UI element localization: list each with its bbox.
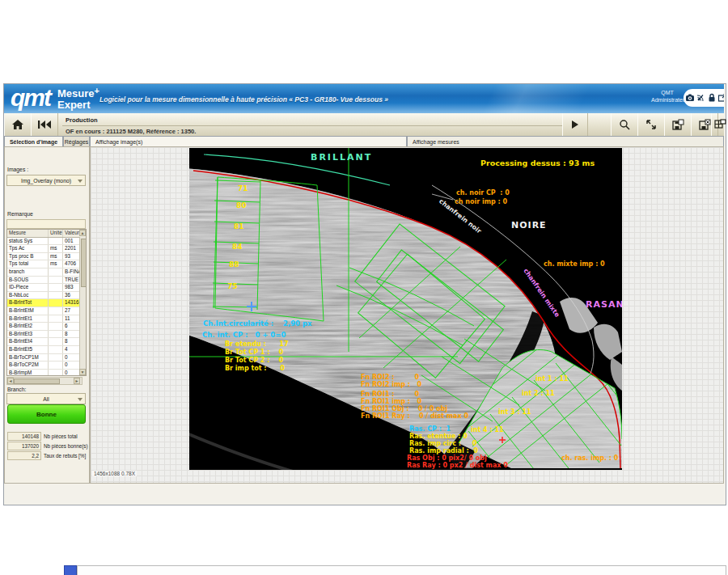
tab-selection-image[interactable]: Sélection d'image <box>4 136 63 147</box>
remark-input[interactable] <box>6 219 86 229</box>
inspection-image[interactable]: BRILLANTProcessing dessus : 93 msch. noi… <box>189 148 622 470</box>
tab-affichage-images[interactable]: Affichage image(s) <box>90 136 407 147</box>
label-processing-time: Processing dessus : 93 ms <box>480 159 595 167</box>
save-image-button[interactable] <box>664 113 692 136</box>
stat-value: 137020 <box>7 442 41 450</box>
of-line: OF en cours : 211125 M280, Référence : 1… <box>61 128 562 135</box>
table-row[interactable]: B-BrIntEt111 <box>7 315 86 323</box>
stat-value: 140148 <box>7 432 41 441</box>
table-cell <box>49 338 63 345</box>
home-button[interactable] <box>4 113 32 136</box>
camera-icon[interactable] <box>685 93 695 103</box>
images-label: Images : <box>7 167 28 172</box>
table-cell: B-BrIntEt1 <box>7 315 49 323</box>
label-rasant: RASANT <box>586 300 622 309</box>
table-vertical-scrollbar[interactable]: ▲ ▼ <box>79 237 86 370</box>
image-select-value: Img_Overlay (mono) <box>21 178 71 184</box>
label-ch-ras-imp: ch. ras. imp. : 0 <box>561 455 618 462</box>
table-cell: B-BrImpM <box>7 370 49 376</box>
table-cell: B-BrIntTot <box>7 299 49 307</box>
table-row[interactable]: Tps totalms4706 <box>7 260 86 268</box>
label-ras-cp: Ras. CP : 1 <box>409 426 451 433</box>
table-row[interactable]: B-BrIntEt54 <box>7 346 86 354</box>
stat-label: Nb pièces bonne(s) <box>41 443 88 449</box>
table-body: status Sys001Tps Acms2201Tps proc Bms93T… <box>7 238 86 376</box>
table-row[interactable]: branchB-FINA <box>7 268 86 277</box>
label-noire: NOIRE <box>511 221 547 230</box>
table-cell: ID-Piece <box>7 284 49 291</box>
table-cell: branch <box>7 268 49 276</box>
roi-count: 81 <box>234 223 244 230</box>
table-cell: B-BrIntEt5 <box>7 346 49 353</box>
image-select[interactable]: Img_Overlay (mono) <box>6 175 86 186</box>
table-cell: B-BrIntEt3 <box>7 331 49 338</box>
table-row[interactable]: B-BrIntEt26 <box>7 323 86 331</box>
label-br-tot-cp1: Br Tot CP 1 : 0 <box>225 349 283 356</box>
table-row[interactable]: B-BrIntTot14316 <box>7 299 86 307</box>
table-row[interactable]: B-BrIntEt38 <box>7 331 86 339</box>
external-window-icon[interactable] <box>717 93 724 103</box>
label-brillant: BRILLANT <box>311 153 372 162</box>
label-ch-int-cp: Ch. int. CP : 0 + 0=0 <box>202 332 286 339</box>
roi-count: 88 <box>229 261 239 268</box>
table-header: Mesure Unité Valeur <box>7 230 86 238</box>
label-br-tot-cp2: Br Tot CP 2 : 0 <box>225 357 283 364</box>
table-row[interactable]: Tps proc Bms93 <box>7 253 86 261</box>
table-row[interactable]: B-SOUSTRUE <box>7 277 86 285</box>
play-button[interactable] <box>562 113 588 136</box>
label-ras-ray: Ras Ray : 0 px2 / dist max 0 <box>407 463 508 469</box>
label-fn-roi2: Fn ROI2 : 0 <box>361 374 419 381</box>
table-cell: ms <box>49 253 63 260</box>
label-ras-imp-circ: Ras. imp circ : 0 <box>409 441 476 447</box>
current-user: QMTAdministrateur <box>651 89 684 104</box>
lock-icon[interactable] <box>707 93 717 103</box>
table-cell <box>49 331 63 338</box>
label-ras-etendue: Ras. etentue : 0 <box>409 433 468 440</box>
table-row[interactable]: Tps Acms2201 <box>7 245 86 253</box>
table-cell <box>49 361 63 369</box>
stat-value: 2,2 <box>7 451 41 460</box>
table-row[interactable]: B-BrIntEtM27 <box>7 307 86 315</box>
tab-reglages[interactable]: Réglages <box>63 136 90 147</box>
label-ch-noir-imp: ch noir imp : 0 <box>455 199 507 205</box>
measurement-table: Mesure Unité Valeur status Sys001Tps Acm… <box>6 229 87 376</box>
label-fn-roi2-imp: Fn ROI2 imp : 0 <box>361 382 421 388</box>
rewind-button[interactable] <box>31 113 58 136</box>
table-cell: status Sys <box>7 238 49 245</box>
table-cell: B-BrIntEt4 <box>7 338 49 345</box>
stat-label: Nb pièces total <box>41 433 78 439</box>
table-cell <box>49 370 63 376</box>
antenna-icon[interactable] <box>696 93 705 103</box>
branch-label: Branch: <box>7 387 26 392</box>
roi-count: 75 <box>227 283 238 290</box>
label-ras-imp-radial: Ras. imp radial : 0 <box>409 448 478 455</box>
table-row[interactable]: status Sys001 <box>7 238 86 246</box>
status-bonne-button[interactable]: Bonne <box>7 404 86 424</box>
layout-windows-button[interactable] <box>711 113 728 136</box>
search-button[interactable] <box>611 113 638 136</box>
label-int4: int 4 : 11 <box>471 427 504 433</box>
table-cell <box>49 277 63 284</box>
label-int3: int 3 : 11 <box>498 409 531 416</box>
stat-row: 140148Nb pièces total <box>7 432 78 440</box>
taskbar-app-icon[interactable] <box>64 565 77 575</box>
table-row[interactable]: B-NbLoc36 <box>7 292 86 300</box>
branch-select[interactable]: All <box>6 393 86 404</box>
table-row[interactable]: B-BrImpM0 <box>7 370 86 376</box>
production-info: Production OF en cours : 211125 M280, Ré… <box>61 114 562 135</box>
table-horizontal-scrollbar[interactable]: ◄► <box>6 377 83 385</box>
remark-label: Remarque <box>7 211 33 217</box>
table-cell: Tps Ac <box>7 245 49 252</box>
tab-affichage-mesures[interactable]: Affichage mesures <box>407 136 724 147</box>
table-row[interactable]: B-BrIntEt48 <box>7 338 86 346</box>
table-row[interactable]: B-BrToCP2M0 <box>7 361 86 370</box>
table-cell: Tps proc B <box>7 253 49 260</box>
table-cell: ms <box>49 260 63 268</box>
stat-row: 2,2Taux de rebuts [%] <box>7 451 86 459</box>
label-br-imp-tot: Br imp tot : 0 <box>225 366 285 372</box>
fit-zoom-button[interactable] <box>637 113 665 136</box>
table-row[interactable]: ID-Piece983 <box>7 284 86 292</box>
chevron-down-icon <box>78 398 83 401</box>
table-row[interactable]: B-BrToCP1M0 <box>7 354 86 362</box>
branch-select-value: All <box>43 396 49 402</box>
